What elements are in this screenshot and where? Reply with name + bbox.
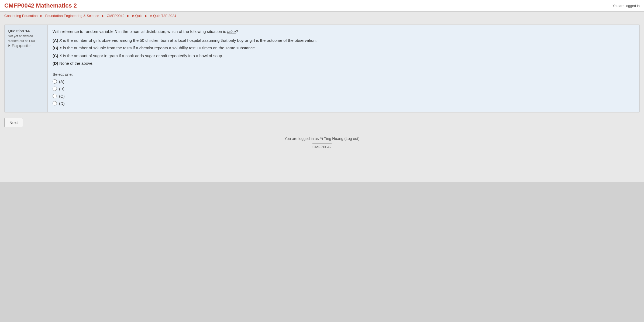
breadcrumb-sep-4: ► bbox=[144, 14, 148, 18]
breadcrumb-item-4[interactable]: e-Quiz bbox=[132, 14, 142, 18]
question-text-after: in the binomial distribution, which of t… bbox=[117, 29, 227, 34]
breadcrumb-sep-1: ► bbox=[40, 14, 43, 18]
footer-course-code: CMFP0042 bbox=[312, 143, 332, 149]
question-end: ? bbox=[236, 29, 238, 34]
question-status: Not yet answered bbox=[8, 34, 44, 38]
breadcrumb-item-5[interactable]: e-Quiz T3F 2024 bbox=[150, 14, 176, 18]
radio-option-a[interactable]: (A) bbox=[53, 79, 635, 84]
question-body: With reference to random variable X in t… bbox=[48, 25, 639, 112]
question-container: Question 14 Not yet answered Marked out … bbox=[4, 25, 640, 112]
option-a-text: (A) X is the number of girls observed am… bbox=[53, 37, 635, 44]
question-number: Question 14 bbox=[8, 29, 44, 33]
option-b-text: (B) X is the number of soluble from the … bbox=[53, 45, 635, 51]
radio-option-b[interactable]: (B) bbox=[53, 87, 635, 91]
radio-input-a[interactable] bbox=[53, 79, 57, 84]
radio-input-c[interactable] bbox=[53, 94, 57, 98]
main-content: Question 14 Not yet answered Marked out … bbox=[0, 20, 644, 182]
breadcrumb-sep-3: ► bbox=[126, 14, 130, 18]
page-title: CMFP0042 Mathematics 2 bbox=[4, 2, 77, 9]
next-button[interactable]: Next bbox=[4, 118, 23, 127]
next-btn-container: Next bbox=[4, 117, 640, 128]
radio-label-c: (C) bbox=[59, 94, 65, 98]
breadcrumb-item-1[interactable]: Continuing Education bbox=[4, 14, 38, 18]
flag-question-button[interactable]: ⚑ Flag question bbox=[8, 44, 44, 48]
radio-label-d: (D) bbox=[59, 101, 65, 106]
user-status: You are logged in bbox=[612, 4, 640, 8]
footer: You are logged in as Yi Ting Huang (Log … bbox=[4, 128, 640, 152]
question-text: With reference to random variable X in t… bbox=[53, 29, 635, 35]
radio-label-a: (A) bbox=[59, 79, 64, 84]
question-text-before: With reference to random variable bbox=[53, 29, 115, 34]
top-bar: CMFP0042 Mathematics 2 You are logged in bbox=[0, 0, 644, 12]
footer-logged-in: You are logged in as Yi Ting Huang (Log … bbox=[9, 136, 635, 141]
question-sidebar: Question 14 Not yet answered Marked out … bbox=[5, 25, 48, 112]
question-false-word: false bbox=[227, 29, 236, 34]
question-variable: X bbox=[115, 29, 117, 34]
radio-option-c[interactable]: (C) bbox=[53, 94, 635, 98]
flag-question-label: Flag question bbox=[12, 44, 31, 48]
option-c-text: (C) X is the amount of sugar in gram if … bbox=[53, 53, 635, 59]
radio-label-b: (B) bbox=[59, 87, 64, 91]
select-one-label: Select one: bbox=[53, 72, 635, 77]
breadcrumb-sep-2: ► bbox=[101, 14, 105, 18]
flag-icon: ⚑ bbox=[8, 44, 11, 48]
breadcrumb-item-2[interactable]: Foundation Engineering & Science bbox=[45, 14, 99, 18]
radio-input-b[interactable] bbox=[53, 87, 57, 91]
radio-option-d[interactable]: (D) bbox=[53, 101, 635, 106]
question-marked-out: Marked out of 1.00 bbox=[8, 39, 44, 43]
option-d-text: (D) None of the above. bbox=[53, 60, 635, 67]
breadcrumb: Continuing Education ► Foundation Engine… bbox=[0, 12, 644, 20]
breadcrumb-item-3[interactable]: CMFP0042 bbox=[107, 14, 125, 18]
radio-input-d[interactable] bbox=[53, 101, 57, 105]
